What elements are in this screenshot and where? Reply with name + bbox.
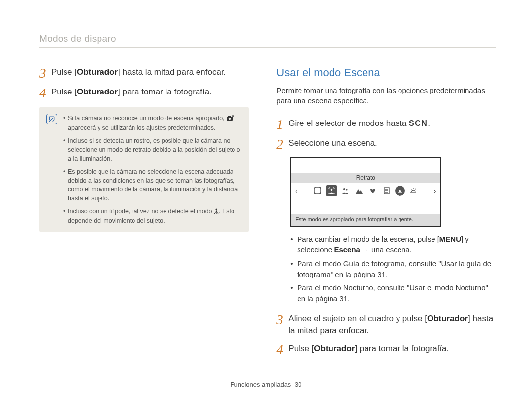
step-2-right: 2 Seleccione una escena. [276,137,496,151]
page-number: 30 [295,381,301,388]
step-number: 3 [276,313,288,327]
scene-icon-row [312,185,419,196]
dawn-icon [408,185,419,196]
svg-line-23 [415,189,416,190]
scene-icon-strip: ‹ › [291,183,440,199]
left-column: 3 Pulse [Obturador] hasta la mitad para … [39,66,249,363]
sub-bullet-list: Para cambiar el modo de la escena, pulse… [290,234,496,304]
bold-fragment: Escena [334,246,360,254]
chevron-left-icon: ‹ [294,187,298,195]
text-fragment: Pulse [ [51,87,77,96]
svg-rect-10 [315,188,321,194]
landscape-icon [354,185,365,196]
text-fragment: Alinee el sujeto en el cuadro y pulse [ [288,314,427,323]
text-icon [381,185,392,196]
step-number: 2 [276,137,288,151]
footer-section: Funciones ampliadas [231,381,291,388]
header-divider [39,47,496,48]
step-number: 4 [39,86,51,100]
svg-line-7 [214,211,216,214]
svg-point-13 [346,189,348,190]
text-fragment: Para cambiar el modo de la escena, pulse… [297,235,439,243]
text-fragment: ] hasta la mitad para enfocar. [118,67,226,77]
scene-description: Este modo es apropiado para fotografiar … [291,214,440,226]
step-text: Pulse [Obturador] para tomar la fotograf… [51,86,249,98]
breadcrumb: Modos de disparo [39,33,116,44]
step-number: 1 [276,118,288,131]
children-icon [340,185,351,196]
step-number: 4 [276,343,288,357]
step-text: Gire el selector de modos hasta SCN. [288,118,496,130]
text-fragment: Pulse [ [288,344,314,353]
step-3-right: 3 Alinee el sujeto en el cuadro y pulse … [276,313,496,337]
sub-item: Para cambiar el modo de la escena, pulse… [290,234,496,255]
sub-item: Para el modo Guía de fotograma, consulte… [290,258,496,280]
step-4-right: 4 Pulse [Obturador] para tomar la fotogr… [276,343,496,357]
chevron-right-icon: › [433,187,437,195]
frame-guide-icon [312,185,323,196]
right-column: Usar el modo Escena Permite tomar una fo… [276,66,496,363]
arrow-right-icon: → [361,245,368,255]
step-1-right: 1 Gire el selector de modos hasta SCN. [276,118,496,131]
smart-auto-icon: SMART [226,115,234,123]
screen-blank-top [291,158,440,173]
manual-page: Modos de disparo 3 Pulse [Obturador] has… [0,0,532,401]
columns: 3 Pulse [Obturador] hasta la mitad para … [39,66,496,363]
sub-item: Para el modo Nocturno, consulte "Usar el… [290,282,496,304]
info-item: Si la cámara no reconoce un modo de esce… [63,114,241,132]
info-item: Incluso con un trípode, tal vez no se de… [63,207,241,225]
text-fragment: Pulse [ [51,67,77,77]
portrait-icon [326,185,337,196]
tripod-icon [214,208,219,216]
step-text: Alinee el sujeto en el cuadro y pulse [O… [288,313,496,337]
info-item: Es posible que la cámara no seleccione l… [63,167,241,203]
page-footer: Funciones ampliadas 30 [0,381,532,388]
camera-screen-mock: Retrato ‹ › Este mo [290,157,441,227]
text-fragment: Si la cámara no reconoce un modo de esce… [68,115,226,122]
svg-point-2 [229,118,231,120]
step-text: Pulse [Obturador] hasta la mitad para en… [51,66,249,79]
section-intro: Permite tomar una fotografía con las opc… [276,85,496,106]
svg-point-18 [399,190,401,192]
step-4-left: 4 Pulse [Obturador] para tomar la fotogr… [39,86,249,100]
step-number: 3 [39,66,51,80]
text-fragment: ] para tomar la fotografía. [355,344,449,353]
bold-fragment: Obturador [77,87,118,96]
text-fragment: Incluso con un trípode, tal vez no se de… [68,208,214,215]
mode-dial-scn-icon: SCN [409,119,428,127]
svg-text:SMART: SMART [231,115,234,117]
svg-point-11 [331,189,333,191]
bold-fragment: MENU [439,235,461,243]
info-item: Incluso si se detecta un rostro, es posi… [63,136,241,163]
svg-line-22 [411,189,412,190]
svg-rect-6 [216,210,216,211]
step-3-left: 3 Pulse [Obturador] hasta la mitad para … [39,66,249,80]
note-icon [46,114,57,124]
info-box: Si la cámara no reconoce un modo de esce… [39,107,249,232]
info-list: Si la cámara no reconoce un modo de esce… [63,114,241,225]
text-fragment: una escena. [369,246,412,254]
section-title: Usar el modo Escena [276,66,496,79]
page-header: Modos de disparo [39,33,496,44]
step-text: Seleccione una escena. [288,137,496,150]
text-fragment: . [428,119,430,128]
step-text: Pulse [Obturador] para tomar la fotograf… [288,343,496,355]
bold-fragment: Obturador [314,344,355,353]
bold-fragment: Obturador [427,314,468,323]
svg-point-12 [343,188,345,190]
text-fragment: Gire el selector de modos hasta [288,119,409,128]
screen-blank-mid [291,199,440,214]
bold-fragment: Obturador [77,67,118,77]
closeup-icon [367,185,378,196]
scene-selected-label: Retrato [291,173,440,183]
text-fragment: ] para tomar la fotografía. [118,87,212,96]
svg-line-9 [216,211,218,214]
sunset-icon [395,186,405,196]
text-fragment: aparecerá y se utilizarán los ajustes pr… [68,124,215,131]
